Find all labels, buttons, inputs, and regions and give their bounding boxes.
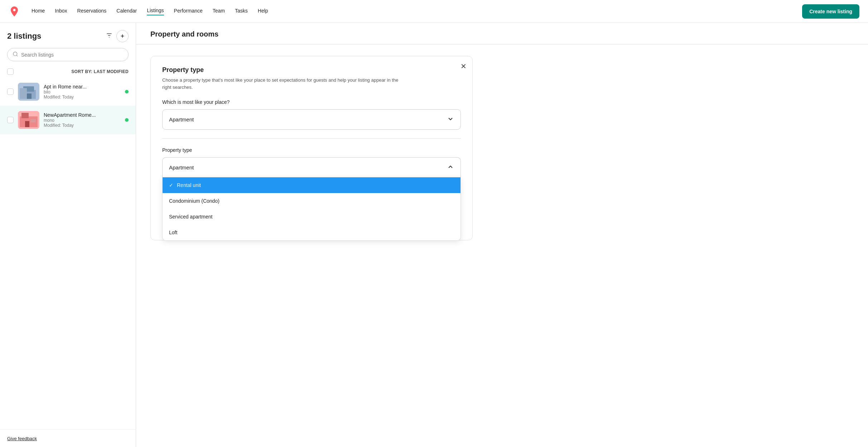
- nav-team[interactable]: Team: [213, 8, 225, 15]
- nav-calendar[interactable]: Calendar: [116, 8, 137, 15]
- option-label: Condominium (Condo): [169, 198, 220, 204]
- listing-checkbox[interactable]: [7, 117, 14, 123]
- property-type-menu: ✓ Rental unit Condominium (Condo) Servic…: [162, 177, 461, 241]
- sidebar-actions: +: [106, 30, 129, 42]
- listing-modified: Modified: Today: [44, 123, 121, 128]
- check-icon: ✓: [169, 182, 173, 188]
- svg-rect-14: [30, 119, 36, 122]
- nav-links: Home Inbox Reservations Calendar Listing…: [32, 8, 802, 15]
- card-description: Choose a property type that's most like …: [162, 77, 406, 91]
- feedback-link[interactable]: Give feedback: [7, 436, 37, 441]
- listing-list: Apt in Rome near... bilo Modified: Today…: [0, 78, 136, 429]
- option-label: Serviced apartment: [169, 214, 212, 220]
- listing-thumbnail: [18, 111, 39, 129]
- select-all-checkbox[interactable]: [7, 68, 14, 75]
- listing-modified: Modified: Today: [44, 95, 121, 100]
- sort-row: SORT BY: LAST MODIFIED: [0, 66, 136, 78]
- nav-tasks[interactable]: Tasks: [235, 8, 248, 15]
- main-layout: 2 listings + SORT BY: LAST MODIFIED: [0, 23, 868, 447]
- nav-listings[interactable]: Listings: [147, 8, 164, 15]
- sidebar-header: 2 listings +: [0, 23, 136, 66]
- create-listing-button[interactable]: Create new listing: [802, 4, 859, 19]
- property-type-trigger[interactable]: Apartment: [162, 157, 461, 177]
- nav-home[interactable]: Home: [32, 8, 45, 15]
- divider: [162, 138, 461, 139]
- search-icon: [13, 51, 18, 58]
- dropdown-option-rental-unit[interactable]: ✓ Rental unit: [163, 177, 460, 193]
- search-input[interactable]: [21, 52, 123, 58]
- nav-performance[interactable]: Performance: [174, 8, 203, 15]
- logo[interactable]: [9, 6, 20, 17]
- navigation: Home Inbox Reservations Calendar Listing…: [0, 0, 868, 23]
- chevron-up-icon: [447, 163, 454, 172]
- option-label: Loft: [169, 230, 177, 235]
- chevron-down-icon: [447, 115, 454, 124]
- property-type-value: Apartment: [169, 164, 194, 170]
- property-type-label: Property type: [162, 147, 461, 153]
- svg-rect-9: [20, 88, 27, 99]
- listing-owner: mono: [44, 118, 121, 123]
- property-place-value: Apartment: [169, 116, 194, 122]
- which-label: Which is most like your place?: [162, 99, 461, 105]
- filter-button[interactable]: [106, 32, 113, 41]
- nav-inbox[interactable]: Inbox: [55, 8, 67, 15]
- listing-status-dot: [125, 90, 129, 93]
- property-type-card: ✕ Property type Choose a property type t…: [150, 56, 473, 240]
- listings-count: 2 listings: [7, 32, 41, 41]
- sort-label[interactable]: SORT BY: LAST MODIFIED: [71, 69, 129, 74]
- listing-info: NewApartment Rome... mono Modified: Toda…: [44, 112, 121, 128]
- property-place-selector: Apartment: [162, 109, 461, 130]
- listing-status-dot: [125, 118, 129, 122]
- property-type-dropdown: Apartment ✓ Rental unit Condominium (Con…: [162, 157, 461, 177]
- dropdown-option-serviced[interactable]: Serviced apartment: [163, 209, 460, 225]
- property-place-trigger[interactable]: Apartment: [162, 109, 461, 130]
- dropdown-option-condo[interactable]: Condominium (Condo): [163, 193, 460, 209]
- page-title: Property and rooms: [136, 23, 868, 44]
- main-body: ✕ Property type Choose a property type t…: [136, 44, 868, 252]
- svg-rect-12: [21, 113, 29, 118]
- listing-owner: bilo: [44, 90, 121, 95]
- nav-reservations[interactable]: Reservations: [77, 8, 107, 15]
- nav-help[interactable]: Help: [258, 8, 268, 15]
- listing-item[interactable]: Apt in Rome near... bilo Modified: Today: [0, 78, 136, 106]
- svg-rect-13: [25, 121, 29, 127]
- option-label: Rental unit: [177, 182, 201, 188]
- sidebar-footer: Give feedback: [0, 429, 136, 447]
- svg-point-3: [13, 52, 17, 56]
- add-listing-button[interactable]: +: [116, 30, 129, 42]
- svg-line-4: [16, 55, 18, 56]
- dropdown-option-loft[interactable]: Loft: [163, 225, 460, 240]
- listing-checkbox[interactable]: [7, 88, 14, 95]
- listing-name: Apt in Rome near...: [44, 84, 121, 90]
- listing-thumbnail: [18, 83, 39, 101]
- main-content: Property and rooms ✕ Property type Choos…: [136, 23, 868, 447]
- listing-name: NewApartment Rome...: [44, 112, 121, 118]
- close-button[interactable]: ✕: [460, 62, 467, 71]
- search-box: [7, 48, 129, 61]
- card-title: Property type: [162, 66, 461, 74]
- listing-item[interactable]: NewApartment Rome... mono Modified: Toda…: [0, 106, 136, 134]
- listing-info: Apt in Rome near... bilo Modified: Today: [44, 84, 121, 100]
- sidebar: 2 listings + SORT BY: LAST MODIFIED: [0, 23, 136, 447]
- sidebar-title-row: 2 listings +: [7, 30, 129, 42]
